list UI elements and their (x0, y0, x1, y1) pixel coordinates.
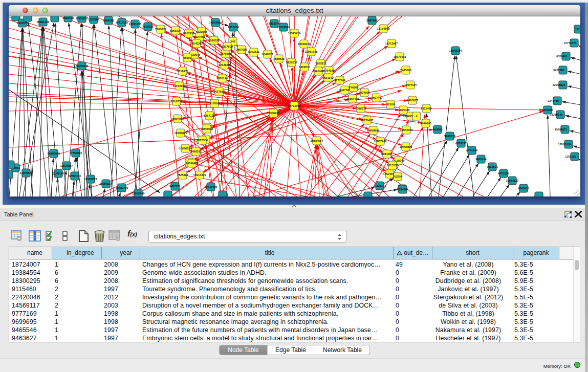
svg-text:7625402: 7625402 (177, 173, 188, 177)
svg-text:20364436: 20364436 (346, 97, 359, 100)
svg-text:2935114: 2935114 (475, 158, 487, 161)
svg-text:3875685: 3875685 (220, 52, 231, 55)
svg-text:9327503: 9327503 (194, 35, 205, 38)
svg-text:10025438: 10025438 (397, 108, 410, 112)
svg-text:8878334: 8878334 (197, 139, 208, 142)
svg-text:10958117: 10958117 (100, 182, 113, 185)
svg-text:5938918: 5938918 (444, 135, 455, 138)
svg-text:9146821: 9146821 (262, 53, 273, 56)
svg-text:1117: 1117 (575, 28, 580, 31)
svg-text:3624554: 3624554 (359, 91, 371, 94)
svg-text:1244415: 1244415 (548, 99, 559, 102)
svg-text:10658609: 10658609 (367, 129, 380, 132)
svg-text:12505135: 12505135 (69, 174, 81, 178)
svg-text:7955812: 7955812 (315, 62, 326, 65)
svg-text:546: 546 (230, 40, 235, 43)
svg-text:6794028: 6794028 (323, 69, 335, 72)
svg-text:18724007: 18724007 (288, 104, 301, 107)
svg-text:20206556: 20206556 (48, 152, 60, 155)
svg-text:3215955: 3215955 (542, 108, 553, 112)
svg-text:2887682: 2887682 (366, 19, 378, 22)
svg-text:9242848: 9242848 (219, 63, 230, 67)
svg-text:13975887: 13975887 (60, 164, 73, 167)
svg-text:10607467: 10607467 (370, 96, 383, 99)
svg-text:16053809: 16053809 (209, 21, 222, 24)
svg-text:33426: 33426 (399, 188, 407, 191)
svg-text:252254: 252254 (393, 175, 403, 178)
svg-text:6879197: 6879197 (455, 142, 467, 145)
svg-text:1145194: 1145194 (53, 172, 64, 175)
svg-text:8912954: 8912954 (183, 32, 195, 35)
svg-text:8471626: 8471626 (498, 172, 509, 175)
svg-text:1588520: 1588520 (273, 57, 285, 60)
svg-text:2867608: 2867608 (236, 48, 247, 51)
svg-text:1167531: 1167531 (565, 155, 576, 158)
svg-text:15751074: 15751074 (564, 41, 577, 45)
svg-text:15716485: 15716485 (205, 185, 217, 188)
svg-text:1527602: 1527602 (88, 18, 99, 21)
svg-text:7663822: 7663822 (155, 28, 166, 31)
svg-text:1621072: 1621072 (322, 76, 334, 79)
svg-text:7386372: 7386372 (355, 107, 366, 110)
svg-text:9245612: 9245612 (518, 187, 529, 190)
svg-text:9329961: 9329961 (556, 55, 568, 58)
svg-text:98901: 98901 (183, 56, 191, 59)
svg-text:6466160: 6466160 (103, 19, 114, 22)
svg-text:7485063: 7485063 (400, 69, 411, 72)
svg-text:1362615: 1362615 (299, 65, 310, 69)
svg-text:1405571: 1405571 (17, 21, 28, 25)
svg-text:8454749: 8454749 (248, 51, 259, 54)
svg-text:3427552: 3427552 (213, 90, 225, 93)
svg-text:9699695: 9699695 (420, 122, 431, 125)
svg-text:8813054: 8813054 (269, 22, 280, 25)
svg-text:19756928: 19756928 (400, 145, 412, 148)
svg-text:9227381: 9227381 (553, 69, 564, 72)
svg-text:10653287: 10653287 (76, 17, 89, 20)
svg-text:10961758: 10961758 (305, 50, 318, 53)
svg-text:7632621: 7632621 (487, 165, 498, 168)
svg-text:16543382: 16543382 (190, 42, 203, 45)
svg-text:10719185: 10719185 (116, 21, 128, 24)
svg-text:14136141: 14136141 (374, 184, 386, 187)
svg-text:8960124: 8960124 (170, 29, 182, 32)
svg-text:1610755: 1610755 (171, 100, 182, 103)
svg-text:17957273: 17957273 (84, 178, 97, 181)
svg-text:19384554: 19384554 (311, 139, 324, 142)
svg-text:1693790: 1693790 (62, 16, 74, 19)
svg-text:13640910: 13640910 (298, 42, 311, 46)
svg-text:9474444: 9474444 (466, 149, 478, 152)
svg-text:3267130: 3267130 (204, 114, 215, 117)
svg-text:17016504: 17016504 (558, 143, 572, 146)
svg-text:10671355: 10671355 (129, 23, 142, 26)
svg-text:17359924: 17359924 (70, 151, 83, 155)
svg-text:7357234: 7357234 (228, 26, 239, 29)
svg-text:12213967: 12213967 (385, 42, 398, 45)
svg-text:3186328: 3186328 (208, 39, 220, 42)
svg-text:7515526: 7515526 (142, 25, 154, 28)
svg-text:1615132: 1615132 (387, 164, 398, 167)
svg-text:9084067: 9084067 (381, 152, 393, 156)
svg-text:10654122: 10654122 (506, 179, 519, 182)
svg-text:62160: 62160 (386, 103, 395, 106)
svg-text:16648784: 16648784 (449, 49, 463, 52)
svg-text:18807249: 18807249 (374, 140, 387, 143)
svg-text:9463627: 9463627 (407, 99, 418, 102)
svg-text:16914479: 16914479 (193, 173, 206, 177)
svg-text:9115460: 9115460 (421, 107, 431, 110)
svg-text:10046799: 10046799 (179, 147, 192, 150)
svg-text:5822037: 5822037 (286, 61, 297, 64)
svg-text:14099489: 14099489 (186, 162, 199, 165)
svg-text:164095: 164095 (433, 128, 443, 131)
svg-text:9457771: 9457771 (169, 185, 181, 188)
svg-text:8990448: 8990448 (313, 70, 324, 73)
svg-text:15720407: 15720407 (361, 119, 374, 122)
svg-text:11325419: 11325419 (288, 32, 301, 35)
svg-text:11923448: 11923448 (132, 192, 145, 195)
svg-text:13654923: 13654923 (400, 128, 413, 132)
svg-text:746266: 746266 (349, 86, 359, 89)
svg-text:19218506: 19218506 (277, 26, 290, 29)
svg-text:16210643: 16210643 (550, 113, 563, 116)
svg-text:20053346: 20053346 (76, 64, 89, 68)
svg-text:19166825: 19166825 (175, 132, 187, 135)
svg-text:16154808: 16154808 (377, 27, 390, 30)
